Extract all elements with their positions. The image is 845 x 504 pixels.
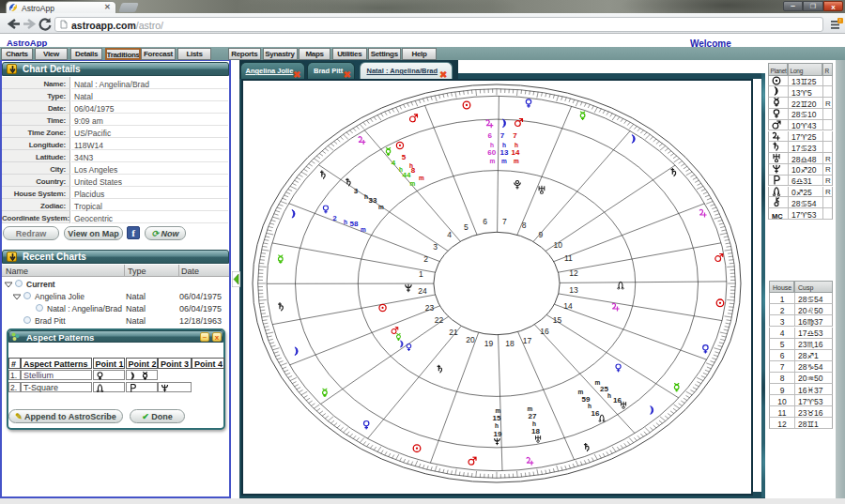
svg-text:4: 4 — [447, 230, 452, 239]
svg-text:17: 17 — [523, 336, 532, 345]
svg-text:19: 19 — [484, 339, 494, 348]
svg-text:m: m — [419, 175, 424, 181]
svg-text:9: 9 — [539, 230, 544, 239]
svg-text:21: 21 — [449, 328, 458, 337]
svg-text:14: 14 — [512, 148, 520, 157]
svg-text:27: 27 — [529, 412, 537, 420]
svg-text:8: 8 — [411, 166, 416, 175]
svg-text:h: h — [495, 422, 499, 429]
svg-text:m: m — [490, 158, 496, 164]
svg-text:5: 5 — [402, 153, 407, 161]
svg-text:22: 22 — [435, 315, 444, 325]
svg-text:44: 44 — [403, 171, 411, 179]
svg-text:m: m — [501, 158, 507, 164]
svg-text:m: m — [378, 204, 384, 210]
svg-text:58: 58 — [350, 220, 359, 228]
svg-text:23: 23 — [425, 303, 435, 313]
svg-text:60: 60 — [487, 148, 496, 157]
svg-text:h: h — [344, 219, 347, 225]
svg-text:m: m — [528, 405, 533, 412]
svg-text:18: 18 — [531, 427, 540, 435]
svg-text:20: 20 — [466, 335, 475, 344]
svg-text:8: 8 — [522, 221, 527, 230]
svg-text:3: 3 — [433, 242, 438, 252]
svg-text:3: 3 — [354, 187, 359, 195]
svg-text:24: 24 — [418, 286, 427, 296]
svg-text:11: 11 — [564, 253, 573, 263]
svg-text:m: m — [361, 226, 366, 233]
svg-text:19: 19 — [494, 430, 502, 438]
svg-text:h: h — [607, 392, 611, 399]
svg-text:18: 18 — [505, 339, 515, 348]
svg-text:h: h — [364, 193, 368, 200]
svg-text:5: 5 — [464, 222, 469, 232]
svg-text:m: m — [496, 407, 501, 414]
svg-text:33: 33 — [369, 196, 377, 205]
svg-text:12: 12 — [569, 268, 578, 278]
svg-text:h: h — [532, 420, 536, 427]
svg-text:6: 6 — [483, 217, 487, 226]
svg-text:7: 7 — [502, 217, 507, 226]
svg-text:2: 2 — [423, 254, 428, 264]
svg-text:13: 13 — [569, 285, 578, 295]
svg-text:16: 16 — [540, 327, 549, 336]
svg-text:2: 2 — [332, 214, 337, 222]
svg-text:10: 10 — [554, 240, 563, 250]
svg-text:1: 1 — [419, 269, 423, 279]
svg-text:m: m — [514, 158, 519, 164]
svg-text:13: 13 — [500, 148, 509, 157]
svg-text:14: 14 — [563, 301, 573, 311]
svg-text:6: 6 — [487, 131, 492, 140]
svg-text:15: 15 — [553, 315, 562, 325]
svg-text:m: m — [410, 180, 416, 187]
svg-text:16: 16 — [592, 409, 600, 418]
svg-text:7: 7 — [500, 131, 505, 140]
svg-text:7: 7 — [513, 131, 517, 140]
svg-text:4: 4 — [392, 159, 396, 167]
